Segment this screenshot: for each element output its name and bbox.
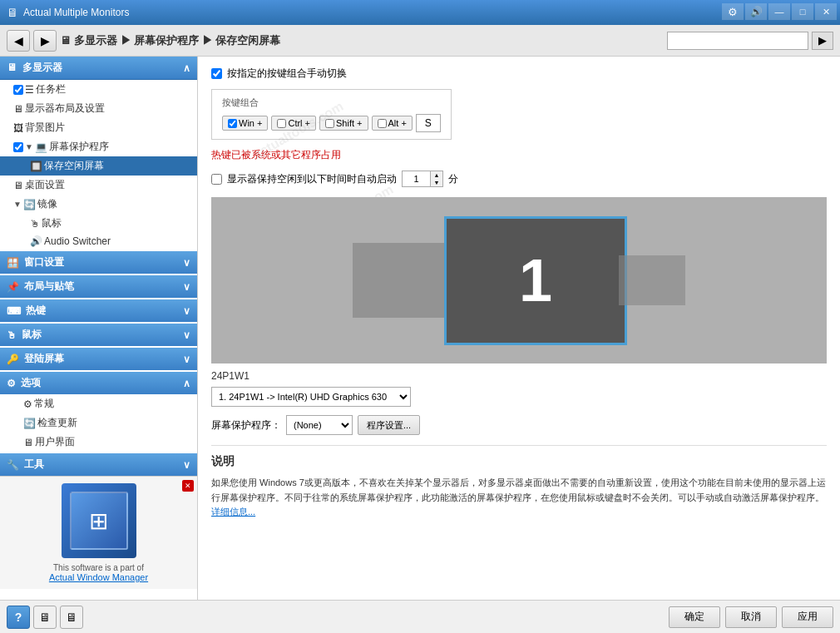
breadcrumb-text: 多显示器 ▶ 屏幕保护程序 ▶ 保存空闲屏幕 [74,33,280,48]
auto-start-spinner-input[interactable] [402,171,431,187]
description-section: 说明 如果您使用 Windows 7或更高版本，不喜欢在关掉某个显示器后，对多显… [211,445,827,520]
shift-key: Shift + [319,116,368,131]
monitor-label: 24P1W1 [211,370,827,382]
description-link[interactable]: 详细信息... [211,507,255,517]
main-layout: 🖥 多显示器 ∧ ☰ 任务栏 🖥 显示器布局及设置 🖼 背景图片 ▼ 💻 屏幕保… [0,57,840,600]
sidebar-item-desktop[interactable]: 🖥 桌面设置 [0,176,197,195]
shift-checkbox[interactable] [325,119,334,128]
titlebar-settings-btn[interactable]: ⚙ [722,3,744,20]
alt-label: Alt + [388,118,407,128]
chevron-down-icon-mouse: ∨ [183,329,190,341]
chevron-down-icon-login: ∨ [183,354,190,365]
sidebar-item-mirror[interactable]: ▼ 🔄 镜像 [0,195,197,214]
toolbar: ◀ ▶ 🖥 多显示器 ▶ 屏幕保护程序 ▶ 保存空闲屏幕 ▶ [0,25,840,57]
sidebar-item-general[interactable]: ⚙ 常规 [0,394,197,413]
apply-button[interactable]: 应用 [782,606,833,628]
ctrl-checkbox[interactable] [277,119,286,128]
ctrl-label: Ctrl + [288,118,310,128]
taskbar-checkbox[interactable] [13,85,23,95]
sidebar-section-window-settings[interactable]: 🪟 窗口设置 ∨ [0,251,197,274]
product-logo: ⊞ [89,507,108,535]
auto-start-row: 显示器保持空闲到以下时间时自动启动 ▲ ▼ 分 [211,171,827,187]
display-layout-icon: 🖥 [13,103,23,115]
ctrl-key: Ctrl + [271,116,316,131]
sidebar-item-save-idle[interactable]: 🔲 保存空闲屏幕 [0,156,197,176]
sidebar-item-wallpaper[interactable]: 🖼 背景图片 [0,118,197,137]
sidebar-item-user-interface[interactable]: 🖥 用户界面 [0,433,197,452]
taskbar-icon: ☰ [25,84,34,96]
sidebar-item-taskbar[interactable]: ☰ 任务栏 [0,80,197,99]
mouse-section-icon: 🖱 [7,329,17,341]
audio-icon: 🔊 [30,235,42,247]
minimize-btn[interactable]: — [768,3,790,20]
spinner-down-btn[interactable]: ▼ [431,179,442,186]
forward-button[interactable]: ▶ [33,30,57,52]
monitor-icon-btn-1[interactable]: 🖥 [33,606,57,629]
search-button[interactable]: ▶ [812,32,833,50]
alt-key: Alt + [372,116,413,131]
hotkey-warning: 热键已被系统或其它程序占用 [211,148,827,162]
wallpaper-icon: 🖼 [13,122,23,134]
multi-monitor-label: 多显示器 [22,62,62,73]
close-btn[interactable]: ✕ [815,3,837,20]
hotkey-value-input[interactable]: S [416,114,441,132]
secondary-monitor-preview [353,243,452,318]
description-title: 说明 [211,454,827,469]
desktop-icon: 🖥 [13,180,23,191]
content-area: actualtools.com actualtools.com 按指定的按键组合… [198,57,840,600]
screensaver-row: 屏幕保护程序： (None) 程序设置... [211,415,827,435]
general-icon: ⚙ [23,398,32,410]
win-label: Win + [239,118,262,128]
chevron-down-icon-window: ∨ [183,257,190,269]
sidebar-item-display-layout[interactable]: 🖥 显示器布局及设置 [0,99,197,118]
sidebar-section-multi-monitor[interactable]: 🖥 多显示器 ∧ [0,57,197,80]
chevron-down-icon-layout: ∨ [183,281,190,293]
tools-icon: 🔧 [7,459,19,471]
search-input[interactable] [667,32,808,50]
titlebar-audio-btn[interactable]: 🔊 [745,3,767,20]
spinner-up-btn[interactable]: ▲ [431,171,442,179]
screensaver-settings-btn[interactable]: 程序设置... [358,415,420,435]
manual-switch-label: 按指定的按键组合手动切换 [227,67,347,81]
sidebar-item-screensaver[interactable]: ▼ 💻 屏幕保护程序 [0,137,197,156]
win-checkbox[interactable] [228,119,237,128]
ok-button[interactable]: 确定 [669,606,720,628]
sidebar-section-options[interactable]: ⚙ 选项 ∧ [0,372,197,394]
sidebar-item-check-update[interactable]: 🔄 检查更新 [0,413,197,433]
mouse-icon: 🖱 [30,218,40,230]
alt-checkbox[interactable] [378,119,387,128]
hotkey-group-title: 按键组合 [222,96,441,109]
cancel-button[interactable]: 取消 [725,606,777,628]
description-body: 如果您使用 Windows 7或更高版本，不喜欢在关掉某个显示器后，对多显示器桌… [211,477,826,502]
screensaver-label: 屏幕保护程序： [211,418,281,433]
sidebar-section-tools[interactable]: 🔧 工具 ∨ [0,453,197,476]
chevron-up-icon-options: ∧ [183,378,190,389]
sidebar-section-login[interactable]: 🔑 登陆屏幕 ∨ [0,348,197,370]
login-icon: 🔑 [7,354,19,365]
maximize-btn[interactable]: □ [792,3,813,20]
layout-icon: 📌 [7,281,19,293]
expand-icon-mirror: ▼ [13,200,22,209]
product-panel-close[interactable]: ✕ [182,480,194,492]
manual-switch-checkbox[interactable] [211,68,222,79]
expand-icon: ▼ [25,142,33,151]
sidebar-product-panel: ✕ ⊞ This software is a part of Actual Wi… [0,476,197,589]
bottom-left-controls: ? 🖥 🖥 [7,606,83,629]
sidebar-section-layout[interactable]: 📌 布局与贴笔 ∨ [0,275,197,298]
product-link[interactable]: Actual Window Manager [49,572,148,582]
screensaver-select[interactable]: (None) [286,415,353,435]
auto-start-checkbox[interactable] [211,174,222,185]
help-button[interactable]: ? [7,606,30,629]
back-button[interactable]: ◀ [7,30,30,52]
chevron-down-icon-tools: ∨ [183,459,190,471]
monitor-select[interactable]: 1. 24P1W1 -> Intel(R) UHD Graphics 630 [211,387,411,407]
sidebar-section-hotkeys[interactable]: ⌨ 热键 ∨ [0,299,197,322]
options-icon: ⚙ [7,378,16,389]
sidebar-section-mouse[interactable]: 🖱 鼠标 ∨ [0,324,197,346]
sidebar-item-audio-switcher[interactable]: 🔊 Audio Switcher [0,233,197,250]
spinner-controls: ▲ ▼ [431,171,443,187]
sidebar-item-mouse[interactable]: 🖱 鼠标 [0,214,197,233]
screensaver-icon: 💻 [35,141,47,153]
monitor-icon-btn-2[interactable]: 🖥 [60,606,83,629]
screensaver-checkbox[interactable] [13,142,23,152]
